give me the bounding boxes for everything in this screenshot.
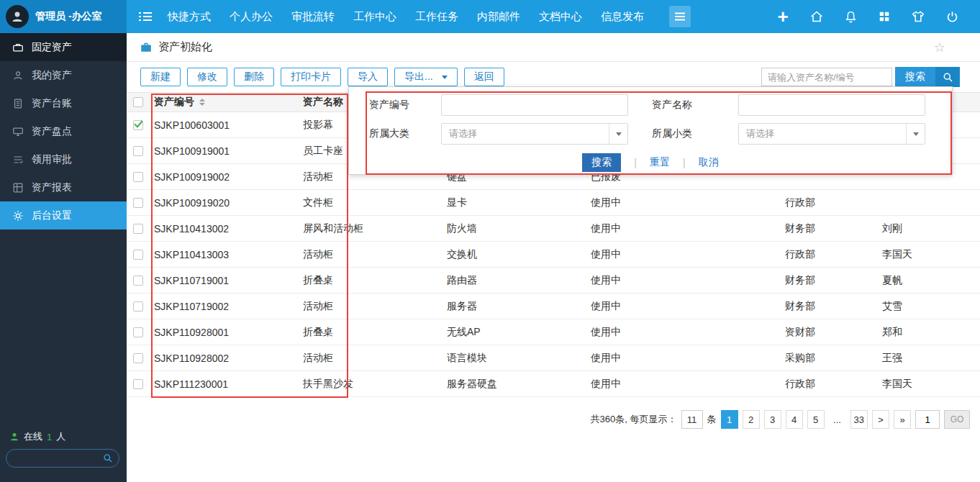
- nav-item[interactable]: 工作中心: [344, 0, 406, 33]
- sort-icon[interactable]: [199, 99, 205, 106]
- user-zone[interactable]: 管理员 -办公室: [0, 0, 127, 33]
- row-checkbox[interactable]: [133, 120, 143, 130]
- bell-icon[interactable]: [843, 9, 858, 24]
- cell-asset-name: 扶手黑沙发: [299, 378, 443, 391]
- edit-button[interactable]: 修改: [187, 68, 227, 86]
- apps-grid-icon[interactable]: [876, 9, 892, 24]
- filter-subcategory-label: 所属小类: [652, 127, 738, 140]
- header-asset-code[interactable]: 资产编号: [150, 96, 299, 109]
- asset-search-input[interactable]: [761, 68, 892, 86]
- sidebar-item-label: 资产报表: [32, 181, 72, 194]
- page-size-box[interactable]: 11: [681, 410, 703, 429]
- sidebar-item-requisition-approval[interactable]: 领用审批: [0, 145, 127, 173]
- new-button[interactable]: 新建: [140, 68, 181, 86]
- delete-button[interactable]: 删除: [234, 68, 274, 86]
- table-row[interactable]: SJKP110719001 折叠桌 路由器 使用中 财务部 夏帆: [127, 268, 980, 294]
- category-select[interactable]: 请选择: [441, 123, 628, 145]
- next-page-button[interactable]: >: [872, 410, 889, 429]
- search-magnifier-button[interactable]: [935, 67, 960, 87]
- table-row[interactable]: SJKP110928002 活动柜 语言模块 使用中 采购部 王强: [127, 345, 980, 371]
- content-header: 资产初始化 ☆: [127, 33, 980, 62]
- last-page-button[interactable]: »: [894, 410, 911, 429]
- sidebar-item-asset-reports[interactable]: 资产报表: [0, 173, 127, 201]
- select-all-checkbox[interactable]: [133, 97, 143, 107]
- power-icon[interactable]: [944, 9, 960, 24]
- cell-department: 财务部: [781, 222, 878, 235]
- subcategory-select[interactable]: 请选择: [738, 123, 925, 145]
- sidebar-item-admin-settings[interactable]: 后台设置: [0, 201, 127, 229]
- cell-asset-name: 折叠桌: [299, 274, 443, 287]
- cell-asset-name: 活动柜: [299, 248, 443, 261]
- more-menu-button[interactable]: [669, 6, 691, 27]
- cell-asset-code: SJKP110928002: [150, 353, 299, 364]
- row-checkbox[interactable]: [133, 198, 143, 208]
- nav-item[interactable]: 快捷方式: [158, 0, 220, 33]
- page-button[interactable]: 2: [743, 410, 760, 429]
- page-button[interactable]: 33: [850, 410, 868, 429]
- row-checkbox[interactable]: [133, 224, 143, 234]
- add-icon[interactable]: +: [775, 9, 791, 24]
- table-row[interactable]: SJKP111230001 扶手黑沙发 服务器硬盘 使用中 行政部 李国天: [127, 371, 980, 397]
- print-card-button[interactable]: 打印卡片: [281, 68, 341, 86]
- main-content: 资产初始化 ☆ 新建 修改 删除 打印卡片 导入 导出... 返回 搜索 资产编…: [127, 33, 980, 482]
- goto-page-input[interactable]: [915, 410, 940, 429]
- chevron-down-icon: [442, 76, 448, 79]
- cell-department: 采购部: [781, 352, 878, 365]
- import-button[interactable]: 导入: [348, 68, 388, 86]
- filter-code-input[interactable]: [441, 94, 628, 116]
- nav-item[interactable]: 信息发布: [591, 0, 653, 33]
- home-icon[interactable]: [809, 9, 825, 24]
- page-button[interactable]: 3: [764, 410, 781, 429]
- cell-user: 李国天: [878, 248, 980, 261]
- separator: |: [683, 157, 686, 168]
- row-checkbox[interactable]: [133, 146, 143, 156]
- row-checkbox[interactable]: [133, 276, 143, 286]
- row-checkbox[interactable]: [133, 353, 143, 363]
- row-checkbox[interactable]: [133, 327, 143, 337]
- sidebar-item-asset-inventory[interactable]: 资产盘点: [0, 117, 127, 145]
- sidebar-item-fixed-assets[interactable]: 固定资产: [0, 33, 127, 61]
- nav-item[interactable]: 文档中心: [530, 0, 591, 33]
- table-row[interactable]: SJKP110413002 屏风和活动柜 防火墙 使用中 财务部 刘刚: [127, 216, 980, 242]
- avatar[interactable]: [6, 5, 29, 28]
- filter-name-input[interactable]: [738, 94, 925, 116]
- search-button[interactable]: 搜索: [895, 67, 935, 87]
- page-title: 资产初始化: [158, 40, 212, 54]
- table-row[interactable]: SJKP110413003 活动柜 交换机 使用中 行政部 李国天: [127, 242, 980, 268]
- row-checkbox[interactable]: [133, 250, 143, 260]
- export-dropdown-button[interactable]: 导出...: [394, 68, 458, 86]
- cell-asset-name: 折叠桌: [299, 326, 443, 339]
- cell-department: 行政部: [781, 248, 878, 261]
- table-row[interactable]: SJKP110928001 折叠桌 无线AP 使用中 资财部 郑和: [127, 319, 980, 345]
- table-row[interactable]: SJKP100919020 文件柜 显卡 使用中 行政部: [127, 190, 980, 216]
- page-button[interactable]: 5: [807, 410, 825, 429]
- row-checkbox[interactable]: [133, 172, 143, 182]
- row-checkbox[interactable]: [133, 379, 143, 389]
- page-button[interactable]: 1: [721, 410, 738, 429]
- search-icon[interactable]: [103, 453, 113, 463]
- cell-status: 使用中: [586, 222, 781, 235]
- theme-shirt-icon[interactable]: [910, 9, 926, 24]
- sidebar-item-my-assets[interactable]: 我的资产: [0, 61, 127, 89]
- sidebar-search-input[interactable]: [12, 453, 103, 463]
- page-button[interactable]: 4: [786, 410, 803, 429]
- nav-item[interactable]: 审批流转: [282, 0, 344, 33]
- sidebar-item-label: 领用审批: [32, 153, 72, 166]
- online-label: 在线: [24, 430, 42, 443]
- reset-button[interactable]: 重置: [650, 156, 670, 169]
- sidebar-item-asset-ledger[interactable]: 资产台账: [0, 89, 127, 117]
- nav-item[interactable]: 工作任务: [406, 0, 468, 33]
- cell-status: 使用中: [586, 326, 781, 339]
- favorite-star-icon[interactable]: ☆: [934, 40, 945, 55]
- row-checkbox[interactable]: [133, 301, 143, 312]
- cancel-button[interactable]: 取消: [699, 156, 719, 169]
- go-button[interactable]: GO: [944, 410, 970, 429]
- table-row[interactable]: SJKP110719002 活动柜 服务器 使用中 财务部 艾雪: [127, 294, 980, 319]
- cell-device-name: 语言模块: [443, 352, 586, 365]
- panel-search-button[interactable]: 搜索: [582, 153, 621, 172]
- nav-item[interactable]: 个人办公: [220, 0, 282, 33]
- back-button[interactable]: 返回: [464, 68, 504, 86]
- nav-toggle-icon[interactable]: [138, 11, 153, 22]
- cell-asset-code: SJKP110928001: [150, 327, 299, 338]
- nav-item[interactable]: 内部邮件: [468, 0, 530, 33]
